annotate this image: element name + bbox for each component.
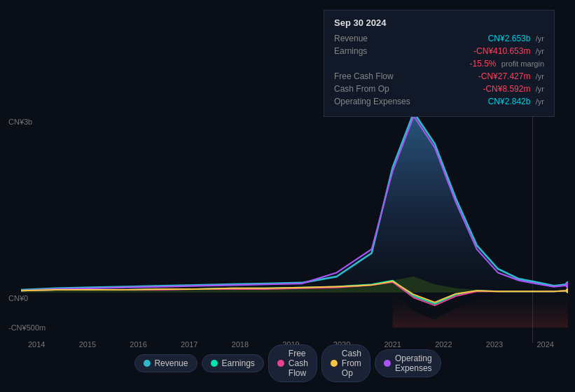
legend-item-cfo[interactable]: Cash From Op — [321, 344, 370, 382]
tooltip-value-revenue: CN¥2.653b /yr — [488, 34, 544, 43]
legend-item-fcf[interactable]: Free Cash Flow — [268, 344, 317, 382]
tooltip-label-opex: Operating Expenses — [334, 97, 410, 106]
tooltip-row-opex: Operating Expenses CN¥2.842b /yr — [334, 97, 544, 106]
chart-container: Sep 30 2024 Revenue CN¥2.653b /yr Earnin… — [0, 0, 575, 392]
legend-dot-revenue — [143, 360, 150, 367]
chart-svg — [21, 108, 568, 343]
tooltip-row-earnings-sub: -15.5% profit margin — [334, 59, 544, 69]
tooltip-row-earnings: Earnings -CN¥410.653m /yr — [334, 46, 544, 56]
tooltip-value-opex: CN¥2.842b /yr — [488, 97, 544, 106]
legend-item-earnings[interactable]: Earnings — [201, 354, 263, 372]
legend-label-revenue: Revenue — [154, 358, 188, 368]
tooltip-value-fcf: -CN¥27.427m /yr — [478, 71, 544, 81]
legend-label-fcf: Free Cash Flow — [289, 349, 308, 378]
tooltip-row-cfo: Cash From Op -CN¥8.592m /yr — [334, 84, 544, 94]
legend-dot-earnings — [210, 360, 217, 367]
x-label-2024: 2024 — [536, 340, 553, 349]
x-label-2023: 2023 — [486, 340, 503, 349]
legend-label-cfo: Cash From Op — [342, 349, 361, 378]
legend-item-opex[interactable]: Operating Expenses — [375, 349, 441, 377]
tooltip-label-fcf: Free Cash Flow — [334, 71, 394, 81]
legend-dot-fcf — [277, 360, 284, 367]
x-label-2015: 2015 — [79, 340, 96, 349]
tooltip-value-cfo: -CN¥8.592m /yr — [483, 84, 544, 94]
legend-label-earnings: Earnings — [221, 358, 254, 368]
legend-dot-cfo — [331, 360, 338, 367]
x-label-2014: 2014 — [28, 340, 45, 349]
legend-item-revenue[interactable]: Revenue — [134, 354, 197, 372]
tooltip-box: Sep 30 2024 Revenue CN¥2.653b /yr Earnin… — [324, 10, 555, 117]
legend-dot-opex — [384, 360, 391, 367]
tooltip-title: Sep 30 2024 — [334, 18, 544, 28]
tooltip-row-revenue: Revenue CN¥2.653b /yr — [334, 34, 544, 43]
tooltip-label-revenue: Revenue — [334, 34, 368, 43]
tooltip-label-cfo: Cash From Op — [334, 84, 389, 94]
tooltip-label-earnings: Earnings — [334, 46, 367, 56]
legend-label-opex: Operating Expenses — [395, 354, 432, 373]
tooltip-row-fcf: Free Cash Flow -CN¥27.427m /yr — [334, 71, 544, 81]
legend: Revenue Earnings Free Cash Flow Cash Fro… — [134, 344, 441, 382]
tooltip-value-earnings: -CN¥410.653m /yr — [473, 46, 544, 56]
